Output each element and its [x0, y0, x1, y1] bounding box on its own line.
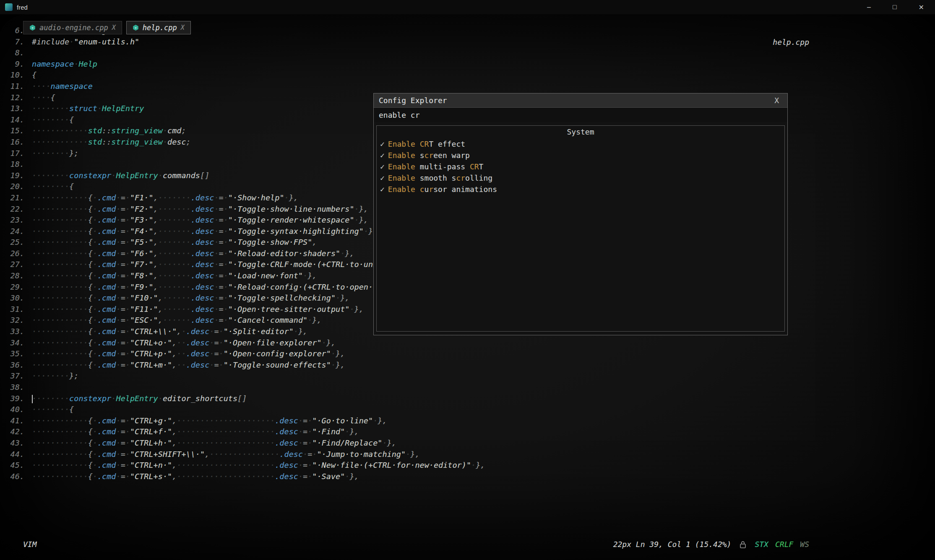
code-line-content: ········constexpr·HelpEntry·commands[]	[32, 170, 209, 181]
tab-label: help.cpp	[143, 23, 177, 32]
line-number: 14.	[8, 114, 32, 126]
line-number: 34.	[8, 337, 32, 349]
code-line-content: ············{·.cmd·=·"CTRL+n·",·········…	[32, 460, 485, 471]
code-line: 40.········{	[8, 404, 935, 415]
line-number: 29.	[8, 282, 32, 293]
code-line: 46.············{·.cmd·=·"CTRL+s·",······…	[8, 471, 935, 482]
code-line-content: ····namespace	[32, 81, 93, 92]
config-section-header: System	[377, 126, 784, 138]
config-option-label: Enable screen warp	[388, 151, 470, 160]
line-number: 25.	[8, 237, 32, 248]
code-line-content: ········constexpr·HelpEntry·editor_short…	[32, 393, 247, 404]
checkbox-checked-icon[interactable]: ✓	[380, 185, 385, 194]
config-option[interactable]: ✓Enable screen warp	[377, 150, 784, 161]
line-number: 13.	[8, 103, 32, 114]
tab-close-icon[interactable]: X	[112, 24, 116, 31]
cursor-position-indicator: 22px Ln 39, Col 1 (15.42%)	[613, 540, 732, 549]
code-line-content: ············{·.cmd·=·"CTRL+SHIFT+\\·",··…	[32, 449, 420, 460]
code-line-content: namespace·Help	[32, 59, 97, 70]
code-line-content: ············{·.cmd·=·"F10·",······.desc·…	[32, 293, 349, 304]
code-line-content: ············{·.cmd·=·"F2·",·······.desc·…	[32, 204, 368, 215]
popup-title: Config Explorer	[379, 96, 447, 105]
status-flag-ws: WS	[800, 540, 809, 549]
line-number: 42.	[8, 426, 32, 438]
line-number: 26.	[8, 248, 32, 259]
code-line-content: ············{·.cmd·=·"F9·",·······.desc·…	[32, 282, 392, 293]
config-options-panel: System ✓Enable CRT effect✓Enable screen …	[376, 125, 785, 332]
checkbox-checked-icon[interactable]: ✓	[380, 140, 385, 148]
config-option-label: Enable CRT effect	[388, 140, 465, 148]
code-line-content: ············{·.cmd·=·"F4·",·······.desc·…	[32, 226, 378, 237]
line-number: 33.	[8, 326, 32, 337]
config-options-list: ✓Enable CRT effect✓Enable screen warp✓En…	[377, 138, 784, 195]
config-option-label: Enable smooth scrolling	[388, 174, 492, 182]
code-line: 37.········};	[8, 371, 935, 382]
line-number: 20.	[8, 181, 32, 192]
code-line-content: ············{·.cmd·=·"CTRL+h·",·········…	[32, 438, 396, 449]
line-number: 11.	[8, 81, 32, 92]
tab-help-cpp[interactable]: +help.cppX	[126, 21, 191, 34]
line-number: 43.	[8, 438, 32, 449]
maximize-button[interactable]: □	[893, 3, 897, 11]
minimize-button[interactable]: –	[867, 3, 871, 11]
config-search-input[interactable]: enable cr	[374, 108, 787, 122]
code-line-content: ········{	[32, 114, 74, 126]
code-line-content: ········{	[32, 181, 74, 192]
svg-text:+: +	[31, 26, 34, 30]
code-line-content: ············{·.cmd·=·"CTRL+\\·",·.desc·=…	[32, 326, 307, 337]
config-option[interactable]: ✓Enable CRT effect	[377, 138, 784, 150]
line-number: 37.	[8, 371, 32, 382]
editor-mode-indicator: VIM	[23, 540, 37, 549]
code-line-content: ············{·.cmd·=·"CTRL+g·",·········…	[32, 415, 387, 427]
app-logo-icon	[5, 3, 13, 11]
code-line: 45.············{·.cmd·=·"CTRL+n·",······…	[8, 460, 935, 471]
code-line: 38.	[8, 382, 935, 393]
line-number: 40.	[8, 404, 32, 415]
line-number: 22.	[8, 204, 32, 215]
code-line: 10.{	[8, 70, 935, 81]
cpp-file-icon: +	[29, 24, 36, 31]
line-number: 41.	[8, 415, 32, 427]
window-title: fred	[17, 4, 28, 11]
line-number: 24.	[8, 226, 32, 237]
app-window: fred – □ ✕ +audio-engine.cppX+help.cppX …	[0, 0, 935, 560]
code-line-content: ············std::string_view·cmd;	[32, 125, 186, 137]
code-line-content: ············{·.cmd·=·"ESC·",······.desc·…	[32, 315, 322, 326]
cpp-file-icon: +	[133, 24, 139, 31]
line-number: 46.	[8, 471, 32, 482]
config-option[interactable]: ✓Enable multi-pass CRT	[377, 161, 784, 172]
line-number: 21.	[8, 192, 32, 204]
code-line-content: ············{·.cmd·=·"F3·",·······.desc·…	[32, 215, 368, 226]
code-line: 11.····namespace	[8, 81, 935, 92]
config-explorer-popup: Config Explorer X enable cr System ✓Enab…	[373, 93, 788, 335]
checkbox-checked-icon[interactable]: ✓	[380, 162, 385, 171]
line-number: 36.	[8, 360, 32, 371]
code-line-content: #include·"enum-utils.h"	[32, 36, 139, 48]
checkbox-checked-icon[interactable]: ✓	[380, 151, 385, 160]
tab-audio-engine-cpp[interactable]: +audio-engine.cppX	[23, 21, 122, 34]
config-option[interactable]: ✓Enable cursor animations	[377, 184, 784, 195]
line-number: 18.	[8, 159, 32, 170]
config-option-label: Enable multi-pass CRT	[388, 162, 484, 171]
code-line-content: ············{·.cmd·=·"F11·",······.desc·…	[32, 304, 364, 315]
tab-close-icon[interactable]: X	[181, 24, 185, 31]
code-line-content: ············{·.cmd·=·"F8·",·······.desc·…	[32, 270, 317, 282]
popup-close-button[interactable]: X	[771, 96, 782, 105]
line-number: 10.	[8, 70, 32, 81]
checkbox-checked-icon[interactable]: ✓	[380, 174, 385, 182]
code-line: 39.········constexpr·HelpEntry·editor_sh…	[8, 393, 935, 404]
code-line-content: {	[32, 70, 36, 81]
tab-label: audio-engine.cpp	[39, 23, 108, 32]
titlebar: fred – □ ✕	[0, 0, 935, 14]
filename-overlay: help.cpp	[773, 38, 809, 47]
code-line-content: ········};	[32, 148, 78, 159]
config-option[interactable]: ✓Enable smooth scrolling	[377, 172, 784, 184]
tab-bar: +audio-engine.cppX+help.cppX	[23, 21, 191, 34]
code-line-content: ············{·.cmd·=·"F7·",·······.desc·…	[32, 259, 392, 270]
code-line-content: ············{·.cmd·=·"F1·",·······.desc·…	[32, 192, 298, 204]
close-button[interactable]: ✕	[919, 3, 924, 11]
line-number: 8.	[8, 47, 32, 59]
code-line-content: ············{·.cmd·=·"CTRL+f·",·········…	[32, 426, 359, 438]
code-line-content: ····{	[32, 92, 55, 104]
code-line-content: ············{·.cmd·=·"F6·",·······.desc·…	[32, 248, 354, 259]
